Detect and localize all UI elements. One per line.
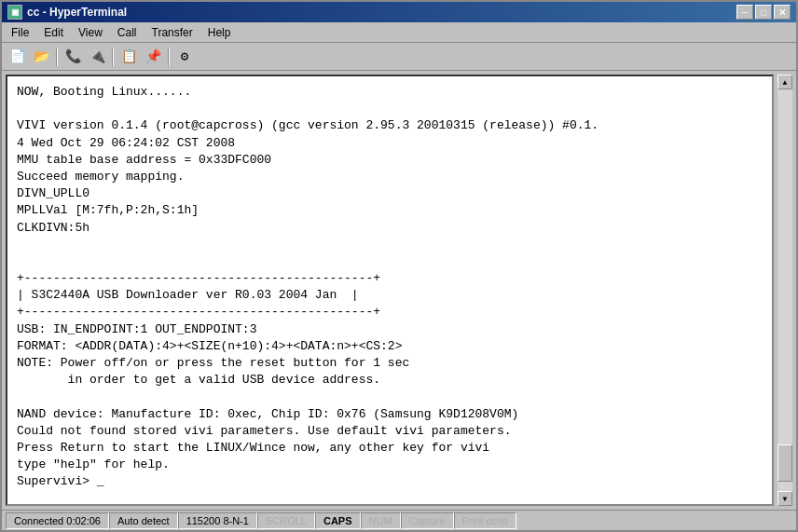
connect-button[interactable]: 📞 [62, 46, 84, 68]
status-auto-detect: Auto detect [109, 512, 178, 529]
status-print-echo: Print echo [454, 512, 517, 529]
toolbar: 📄 📂 📞 🔌 📋 📌 ⚙ [2, 43, 796, 71]
toolbar-sep-2 [110, 48, 116, 66]
status-scroll: SCROLL [257, 512, 315, 529]
status-caps: CAPS [315, 512, 361, 529]
close-button[interactable]: ✕ [774, 5, 791, 20]
menu-edit[interactable]: Edit [36, 24, 71, 41]
terminal[interactable]: NOW, Booting Linux...... VIVI version 0.… [6, 75, 774, 506]
paste-button[interactable]: 📌 [142, 46, 164, 68]
title-controls: ─ □ ✕ [736, 5, 791, 20]
disconnect-button[interactable]: 🔌 [86, 46, 108, 68]
status-capture: Capture [401, 512, 454, 529]
minimize-button[interactable]: ─ [736, 5, 753, 20]
menu-transfer[interactable]: Transfer [144, 24, 200, 41]
status-connected: Connected 0:02:06 [6, 512, 109, 529]
toolbar-sep-1 [54, 48, 60, 66]
maximize-button[interactable]: □ [755, 5, 772, 20]
content-area: NOW, Booting Linux...... VIVI version 0.… [2, 71, 796, 510]
open-button[interactable]: 📂 [30, 46, 52, 68]
status-baud: 115200 8-N-1 [178, 512, 257, 529]
title-bar: ▣ cc - HyperTerminal ─ □ ✕ [2, 2, 796, 22]
scrollbar[interactable]: ▲ ▼ [777, 75, 792, 506]
scrollbar-track[interactable] [777, 89, 792, 491]
properties-button[interactable]: ⚙ [173, 46, 196, 68]
scrollbar-thumb[interactable] [777, 444, 792, 482]
toolbar-sep-3 [166, 48, 172, 66]
terminal-text: NOW, Booting Linux...... VIVI version 0.… [7, 76, 772, 498]
status-num: NUM [361, 512, 401, 529]
app-icon: ▣ [7, 5, 22, 20]
menu-bar: File Edit View Call Transfer Help [2, 22, 796, 43]
menu-help[interactable]: Help [200, 24, 239, 41]
new-button[interactable]: 📄 [6, 46, 28, 68]
title-bar-left: ▣ cc - HyperTerminal [7, 5, 127, 20]
copy-button[interactable]: 📋 [117, 46, 140, 68]
window-title: cc - HyperTerminal [27, 6, 127, 19]
scrollbar-down-button[interactable]: ▼ [777, 491, 792, 506]
scrollbar-up-button[interactable]: ▲ [777, 75, 792, 89]
menu-view[interactable]: View [71, 24, 110, 41]
main-window: ▣ cc - HyperTerminal ─ □ ✕ File Edit Vie… [0, 0, 798, 532]
status-bar: Connected 0:02:06 Auto detect 115200 8-N… [2, 510, 796, 530]
menu-file[interactable]: File [4, 24, 36, 41]
menu-call[interactable]: Call [110, 24, 144, 41]
